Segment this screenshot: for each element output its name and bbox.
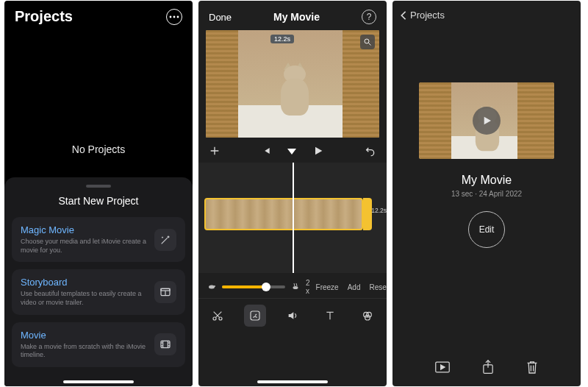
- share-button[interactable]: [482, 360, 494, 377]
- projects-screen: Projects No Projects Start New Project M…: [4, 1, 193, 386]
- freeze-button[interactable]: Freeze: [316, 283, 339, 291]
- help-button[interactable]: ?: [362, 10, 376, 24]
- option-subtitle: Make a movie from scratch with the iMovi…: [21, 343, 147, 360]
- svg-point-1: [173, 15, 176, 18]
- skip-to-start-button[interactable]: [261, 146, 271, 156]
- speed-tool[interactable]: [244, 305, 266, 327]
- timeline[interactable]: 12.2s: [198, 163, 387, 273]
- editor-screen: Done My Movie ? 12.2s: [198, 1, 387, 386]
- reset-speed-button[interactable]: Reset: [369, 283, 387, 291]
- svg-point-0: [170, 15, 172, 18]
- svg-line-14: [369, 43, 371, 46]
- add-media-button[interactable]: [209, 145, 220, 157]
- play-icon: [481, 115, 492, 127]
- playhead-line[interactable]: [293, 163, 294, 273]
- option-title: Storyboard: [21, 277, 147, 288]
- option-title: Movie: [21, 330, 147, 341]
- clip-duration-label: 12.2s: [371, 207, 387, 214]
- volume-tool[interactable]: [282, 305, 304, 327]
- undo-button[interactable]: [365, 145, 376, 157]
- svg-point-19: [293, 286, 298, 289]
- svg-rect-6: [161, 341, 170, 348]
- selected-clip[interactable]: [204, 198, 363, 230]
- magic-wand-icon: [154, 229, 176, 251]
- project-detail-screen: Projects My Movie 13 sec · 24 April 2022…: [392, 1, 581, 386]
- delete-button[interactable]: [526, 360, 538, 377]
- done-button[interactable]: Done: [209, 12, 232, 23]
- cut-tool[interactable]: [207, 305, 229, 327]
- option-magic-movie[interactable]: Magic Movie Choose your media and let iM…: [12, 217, 185, 262]
- svg-line-25: [255, 314, 257, 316]
- svg-point-30: [365, 315, 370, 320]
- svg-point-18: [214, 285, 215, 287]
- play-overlay-button[interactable]: [473, 107, 501, 135]
- play-button[interactable]: [312, 145, 324, 157]
- turtle-icon: [207, 283, 216, 291]
- empty-state-text: No Projects: [4, 143, 193, 155]
- project-meta: 13 sec · 24 April 2022: [392, 190, 581, 198]
- back-button[interactable]: Projects: [392, 1, 581, 29]
- projects-title: Projects: [15, 8, 73, 25]
- clip-trim-handle[interactable]: [363, 198, 372, 230]
- add-speed-button[interactable]: Add: [348, 283, 361, 291]
- filters-tool[interactable]: [356, 305, 379, 327]
- sheet-grabber[interactable]: [86, 185, 111, 188]
- edit-button[interactable]: Edit: [468, 211, 505, 248]
- project-actions: [392, 360, 581, 377]
- option-subtitle: Choose your media and let iMovie create …: [21, 238, 147, 255]
- filmstrip-icon: [154, 333, 176, 355]
- back-label: Projects: [410, 10, 445, 21]
- titles-tool[interactable]: [319, 305, 341, 327]
- home-indicator[interactable]: [257, 380, 328, 383]
- more-options-button[interactable]: [166, 9, 182, 25]
- speed-slider[interactable]: [222, 285, 285, 288]
- home-indicator[interactable]: [63, 380, 134, 383]
- editor-header: Done My Movie ?: [198, 1, 387, 30]
- zoom-button[interactable]: [360, 35, 375, 49]
- option-subtitle: Use beautiful templates to easily create…: [21, 290, 147, 307]
- speed-multiplier-label: 2 x: [306, 279, 310, 295]
- svg-point-17: [209, 285, 215, 289]
- svg-point-2: [177, 15, 179, 18]
- video-preview[interactable]: 12.2s: [206, 30, 379, 138]
- sheet-title: Start New Project: [12, 195, 185, 207]
- rabbit-icon: [291, 282, 300, 292]
- project-title: My Movie: [392, 174, 581, 187]
- ellipsis-icon: [169, 15, 179, 18]
- option-movie[interactable]: Movie Make a movie from scratch with the…: [12, 322, 185, 367]
- transport-controls: [198, 138, 387, 161]
- timecode-badge: 12.2s: [270, 35, 294, 43]
- editor-toolbar: [198, 298, 387, 332]
- play-project-button[interactable]: [435, 361, 450, 376]
- new-project-sheet: Start New Project Magic Movie Choose you…: [4, 177, 193, 386]
- option-storyboard[interactable]: Storyboard Use beautiful templates to ea…: [12, 269, 185, 314]
- projects-header: Projects: [4, 1, 193, 29]
- storyboard-icon: [154, 281, 176, 303]
- speed-controls: 2 x Freeze Add Reset: [198, 273, 387, 298]
- preview-content: [206, 30, 379, 138]
- svg-rect-4: [161, 288, 170, 291]
- editor-title: My Movie: [273, 11, 320, 23]
- playhead-marker-icon: [287, 149, 296, 155]
- chevron-left-icon: [400, 10, 407, 21]
- option-title: Magic Movie: [21, 224, 147, 235]
- project-thumbnail[interactable]: [419, 82, 554, 159]
- svg-point-29: [367, 312, 372, 317]
- svg-point-13: [365, 39, 369, 43]
